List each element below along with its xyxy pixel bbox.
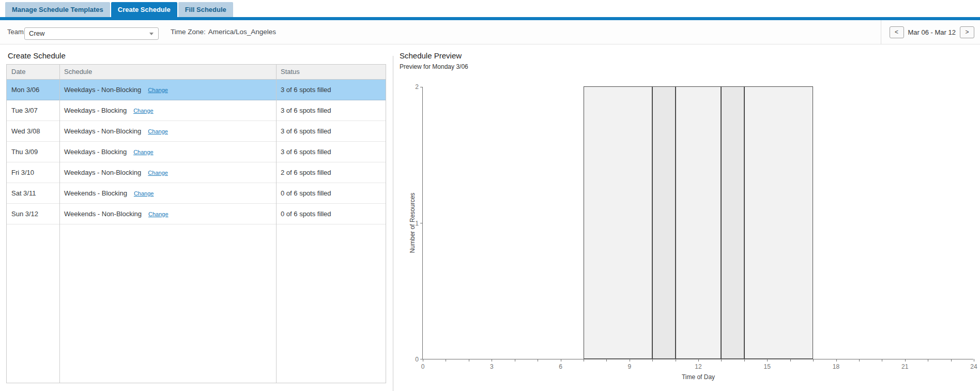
tab-fill-schedule[interactable]: Fill Schedule (178, 2, 233, 17)
change-schedule-link[interactable]: Change (148, 128, 168, 134)
x-axis-tick-label: 0 (421, 363, 425, 370)
y-axis-tick (420, 87, 423, 87)
schedule-shift-bar (721, 86, 744, 359)
x-axis-tick (630, 359, 630, 362)
x-axis-tick-label: 21 (901, 363, 908, 370)
x-axis-tick (974, 359, 974, 362)
tab-bar: Manage Schedule Templates Create Schedul… (0, 0, 980, 20)
table-row[interactable]: Sat 3/11Weekends - BlockingChange0 of 6 … (7, 183, 386, 204)
row-date: Mon 3/06 (7, 86, 59, 94)
create-schedule-heading: Create Schedule (8, 51, 66, 60)
table-row[interactable]: Mon 3/06Weekdays - Non-BlockingChange3 o… (7, 80, 386, 100)
date-range-label: Mar 06 - Mar 12 (908, 28, 956, 36)
schedule-template-name: Weekdays - Non-Blocking (64, 169, 141, 176)
change-schedule-link[interactable]: Change (133, 149, 154, 155)
x-axis-tick (698, 359, 699, 362)
row-date: Thu 3/09 (7, 148, 59, 156)
x-axis-tick (584, 359, 584, 362)
next-week-button[interactable]: > (960, 26, 974, 38)
change-schedule-link[interactable]: Change (134, 190, 154, 197)
x-axis-tick-label: 15 (764, 363, 771, 370)
row-schedule: Weekends - Non-BlockingChange (59, 210, 276, 218)
schedule-template-name: Weekends - Non-Blocking (64, 210, 142, 218)
x-axis-tick (538, 359, 538, 362)
chevron-down-icon (149, 33, 154, 35)
row-schedule: Weekdays - Non-BlockingChange (59, 127, 276, 135)
x-axis-tick (790, 359, 791, 362)
row-date: Wed 3/08 (7, 127, 59, 135)
x-axis-tick-label: 3 (490, 363, 494, 370)
row-status: 3 of 6 spots filled (276, 148, 386, 156)
x-axis-tick (515, 359, 515, 362)
row-schedule: Weekdays - Non-BlockingChange (59, 169, 276, 176)
schedule-shift-bar (744, 86, 813, 359)
table-header-row: Date Schedule Status (7, 65, 386, 80)
table-row[interactable]: Thu 3/09Weekdays - BlockingChange3 of 6 … (7, 142, 386, 162)
x-axis-tick (652, 359, 653, 362)
row-status: 3 of 6 spots filled (276, 107, 386, 114)
schedule-template-name: Weekends - Blocking (64, 189, 127, 197)
x-axis-tick-label: 6 (559, 363, 562, 370)
team-label: Team: (7, 20, 25, 44)
x-axis-tick (561, 359, 561, 362)
x-axis-tick (951, 359, 952, 362)
change-schedule-link[interactable]: Change (133, 108, 154, 114)
table-body: Mon 3/06Weekdays - Non-BlockingChange3 o… (7, 80, 386, 224)
table-row[interactable]: Tue 3/07Weekdays - BlockingChange3 of 6 … (7, 100, 386, 121)
row-schedule: Weekends - BlockingChange (59, 189, 276, 197)
tab-create-schedule[interactable]: Create Schedule (111, 2, 177, 17)
x-axis-tick (813, 359, 814, 362)
workforce-scheduling-app: Manage Schedule Templates Create Schedul… (0, 0, 980, 391)
row-status: 0 of 6 spots filled (276, 189, 386, 197)
column-divider (276, 65, 277, 383)
x-axis-tick (446, 359, 446, 362)
row-schedule: Weekdays - Non-BlockingChange (59, 86, 276, 94)
x-axis-tick (492, 359, 492, 362)
row-date: Sun 3/12 (7, 210, 59, 218)
timezone-label: Time Zone: (171, 28, 206, 36)
x-axis-tick (423, 359, 423, 362)
y-axis-tick-label: 2 (415, 83, 419, 91)
y-axis-tick-label: 0 (415, 356, 419, 363)
timezone-value: America/Los_Angeles (208, 28, 276, 36)
date-navigation: < Mar 06 - Mar 12 > (881, 20, 980, 44)
x-axis-tick-label: 18 (833, 363, 839, 370)
x-axis-tick (469, 359, 469, 362)
schedule-preview-heading: Schedule Preview (400, 51, 462, 60)
change-schedule-link[interactable]: Change (148, 170, 168, 176)
schedule-shift-bar (676, 86, 722, 359)
prev-week-button[interactable]: < (890, 26, 904, 38)
row-date: Sat 3/11 (7, 189, 59, 197)
row-status: 2 of 6 spots filled (276, 169, 386, 176)
change-schedule-link[interactable]: Change (148, 87, 168, 93)
schedule-template-name: Weekdays - Non-Blocking (64, 127, 141, 135)
row-date: Fri 3/10 (7, 169, 59, 176)
toolbar: Team: Crew Time Zone:America/Los_Angeles… (0, 20, 980, 44)
x-axis-tick (859, 359, 860, 362)
x-axis-tick (928, 359, 928, 362)
team-select[interactable]: Crew (24, 27, 159, 40)
y-axis-tick (420, 223, 423, 223)
change-schedule-link[interactable]: Change (148, 211, 169, 217)
column-header-status: Status (276, 65, 386, 79)
schedule-shift-bar (652, 86, 675, 359)
schedule-template-name: Weekdays - Blocking (64, 107, 127, 114)
x-axis-tick (744, 359, 745, 362)
x-axis-tick (905, 359, 906, 362)
y-axis-tick-label: 1 (415, 220, 419, 227)
table-row[interactable]: Wed 3/08Weekdays - Non-BlockingChange3 o… (7, 121, 386, 142)
timezone-display: Time Zone:America/Los_Angeles (171, 20, 276, 44)
x-axis-tick (606, 359, 607, 362)
x-axis-tick (882, 359, 882, 362)
x-axis-tick-label: 24 (970, 363, 977, 370)
schedule-template-name: Weekdays - Non-Blocking (64, 86, 141, 94)
column-divider (59, 65, 60, 383)
tab-manage-schedule-templates[interactable]: Manage Schedule Templates (5, 2, 110, 17)
table-row[interactable]: Fri 3/10Weekdays - Non-BlockingChange2 o… (7, 162, 386, 183)
table-row[interactable]: Sun 3/12Weekends - Non-BlockingChange0 o… (7, 204, 386, 224)
y-axis-tick (420, 359, 423, 359)
chart-plot: Time of Day Number of Resources 03691215… (422, 87, 973, 359)
row-schedule: Weekdays - BlockingChange (59, 148, 276, 156)
row-status: 3 of 6 spots filled (276, 127, 386, 135)
x-axis-tick (836, 359, 837, 362)
